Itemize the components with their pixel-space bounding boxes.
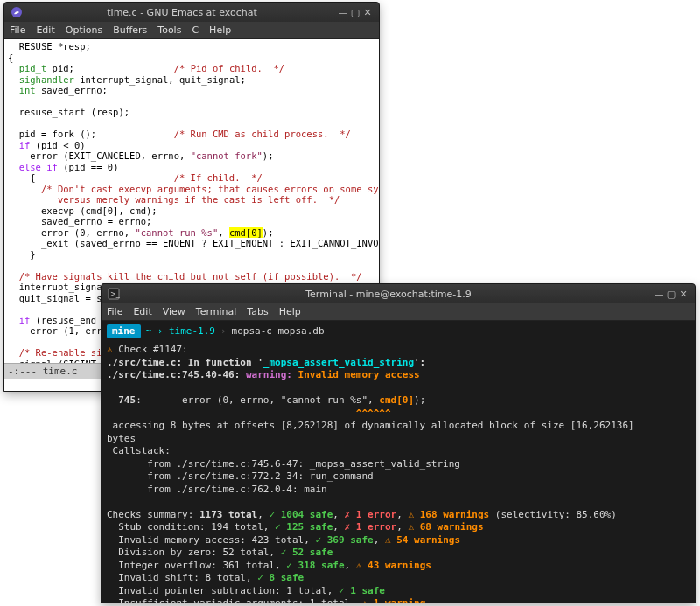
menu-tabs[interactable]: Tabs (247, 306, 268, 317)
prompt-path: ~ › time-1.9 (146, 325, 215, 338)
terminal-title: Terminal - mine@exochat:time-1.9 (124, 289, 653, 300)
menu-help[interactable]: Help (209, 24, 231, 36)
minimize-button[interactable]: — (653, 289, 665, 300)
emacs-titlebar[interactable]: time.c - GNU Emacs at exochat — ▢ ✕ (4, 3, 379, 22)
menu-tools[interactable]: Tools (158, 24, 181, 36)
minimize-button[interactable]: — (337, 7, 349, 18)
check-icon (269, 509, 275, 520)
terminal-output[interactable]: mine~ › time-1.9›mopsa-c mopsa.db⚠ Check… (102, 321, 695, 603)
emacs-menubar: File Edit Options Buffers Tools C Help (4, 22, 379, 39)
menu-edit[interactable]: Edit (36, 24, 54, 36)
close-button[interactable]: ✕ (361, 7, 374, 18)
maximize-button[interactable]: ▢ (349, 7, 361, 18)
menu-help[interactable]: Help (279, 306, 301, 317)
highlighted-token: cmd[0] (229, 227, 262, 238)
menu-edit[interactable]: Edit (133, 306, 151, 317)
menu-options[interactable]: Options (66, 24, 102, 36)
maximize-button[interactable]: ▢ (665, 289, 677, 300)
emacs-title: time.c - GNU Emacs at exochat (27, 7, 337, 18)
terminal-app-icon: >_ (107, 287, 121, 301)
error-icon (345, 509, 351, 520)
menu-file[interactable]: File (10, 24, 25, 36)
prompt-command: mopsa-c mopsa.db (232, 325, 325, 338)
menu-c[interactable]: C (192, 24, 199, 36)
menu-terminal[interactable]: Terminal (196, 306, 237, 317)
close-button[interactable]: ✕ (677, 289, 690, 300)
prompt-line: mine~ › time-1.9›mopsa-c mopsa.db (107, 324, 690, 338)
terminal-window: >_ Terminal - mine@exochat:time-1.9 — ▢ … (101, 283, 696, 603)
svg-text:>_: >_ (110, 290, 120, 298)
summary-rows: Stub condition: 194 total, 125 safe, 1 e… (107, 521, 690, 603)
warning-icon: ⚠ (107, 344, 113, 355)
terminal-menubar: File Edit View Terminal Tabs Help (102, 303, 695, 321)
menu-view[interactable]: View (163, 306, 186, 317)
prompt-sep-icon: › (220, 325, 227, 338)
menu-buffers[interactable]: Buffers (113, 24, 147, 36)
menu-file[interactable]: File (107, 306, 122, 317)
warning-icon (408, 509, 414, 520)
prompt-user-badge: mine (107, 324, 141, 338)
terminal-titlebar[interactable]: >_ Terminal - mine@exochat:time-1.9 — ▢ … (102, 284, 695, 303)
emacs-app-icon (10, 5, 24, 19)
